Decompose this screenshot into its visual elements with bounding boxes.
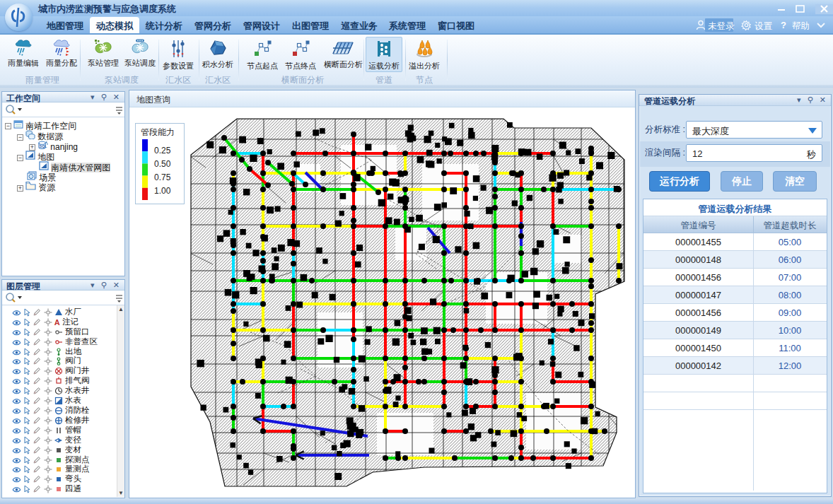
svg-text:SQL: SQL [40,144,47,148]
